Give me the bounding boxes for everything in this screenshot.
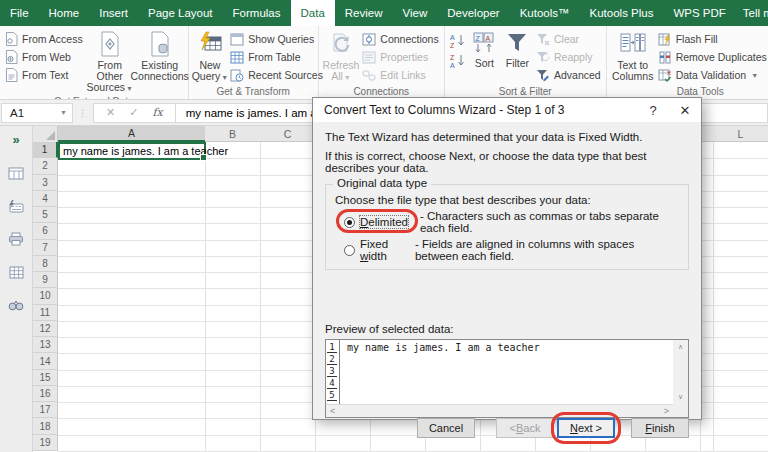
refresh-all-button[interactable]: Refresh All▼ — [322, 27, 361, 84]
shortcut-keyboard-icon[interactable] — [7, 198, 25, 214]
text-to-columns-button[interactable]: Text to Columns — [610, 27, 656, 84]
column-header-a[interactable]: A — [58, 126, 205, 142]
data-validation-button[interactable]: Data Validation ▼ — [656, 66, 768, 84]
expand-pane-icon[interactable]: » — [7, 132, 25, 148]
tab-formulas[interactable]: Formulas — [223, 0, 291, 26]
row-header-10[interactable]: 10 — [33, 288, 58, 304]
scrollbar-corner — [673, 404, 688, 417]
fixed-width-radio-label[interactable]: Fixed width — [360, 238, 415, 262]
flash-fill-button[interactable]: Flash Fill — [656, 30, 768, 48]
row-header-12[interactable]: 12 — [33, 321, 58, 337]
tab-view[interactable]: View — [393, 0, 438, 26]
edit-links-button[interactable]: Edit Links — [360, 66, 440, 84]
tab-wps-pdf[interactable]: WPS PDF — [663, 0, 735, 26]
connections-button[interactable]: Connections — [360, 30, 440, 48]
sort-descending-button[interactable]: ZA — [448, 51, 468, 69]
properties-button[interactable]: Properties — [360, 48, 440, 66]
scroll-up-icon[interactable]: ∧ — [678, 343, 683, 351]
dialog-close-icon[interactable]: ✕ — [669, 98, 701, 122]
preview-vertical-scrollbar[interactable]: ∧ ∨ — [673, 340, 688, 404]
from-text-button[interactable]: From Text — [3, 66, 85, 84]
delimited-radio-row: Delimited - Characters such as commas or… — [344, 210, 680, 234]
row-header-7[interactable]: 7 — [33, 240, 58, 256]
finish-button[interactable]: Finish — [631, 418, 689, 438]
wizard-intro-line1: The Text Wizard has determined that your… — [325, 131, 689, 143]
tab-data[interactable]: Data — [291, 0, 335, 26]
column-header-l[interactable]: L — [713, 126, 768, 142]
row-header-13[interactable]: 13 — [33, 337, 58, 353]
row-header-15[interactable]: 15 — [33, 370, 58, 386]
sort-ascending-button[interactable]: AZ — [448, 31, 468, 49]
tell-me-box[interactable]: Tell me what you — [736, 0, 768, 26]
filter-label: Filter — [506, 58, 529, 69]
row-header-8[interactable]: 8 — [33, 256, 58, 272]
row-header-17[interactable]: 17 — [33, 402, 58, 418]
from-table-button[interactable]: From Table — [228, 48, 325, 66]
row-header-9[interactable]: 9 — [33, 272, 58, 288]
row-header-5[interactable]: 5 — [33, 207, 58, 223]
dialog-title-bar[interactable]: Convert Text to Columns Wizard - Step 1 … — [313, 98, 701, 122]
tab-kutools-plus[interactable]: Kutools Plus — [580, 0, 664, 26]
row-header-3[interactable]: 3 — [33, 175, 58, 191]
scroll-right-icon[interactable]: > — [664, 407, 669, 416]
fixed-width-radio[interactable] — [344, 245, 355, 256]
printer-icon[interactable] — [7, 231, 25, 247]
from-access-button[interactable]: From Access — [3, 30, 85, 48]
select-all-corner[interactable] — [33, 126, 58, 142]
row-header-19[interactable]: 19 — [33, 435, 58, 451]
name-box[interactable]: A1 ▼ — [1, 103, 73, 123]
existing-connections-button[interactable]: Existing Connections — [135, 27, 185, 94]
formula-bar-divider: ⋮ — [73, 108, 93, 118]
tab-review[interactable]: Review — [335, 0, 393, 26]
tab-home[interactable]: Home — [39, 0, 90, 26]
name-box-caret-icon[interactable]: ▼ — [60, 109, 67, 116]
refresh-all-icon — [328, 31, 354, 57]
tab-file[interactable]: File — [0, 0, 39, 26]
advanced-filter-button[interactable]: Advanced — [534, 66, 603, 84]
tab-page-layout[interactable]: Page Layout — [138, 0, 223, 26]
cancel-button[interactable]: Cancel — [417, 418, 475, 438]
clear-filter-button[interactable]: Clear — [534, 30, 603, 48]
scroll-left-icon[interactable]: < — [330, 407, 335, 416]
dialog-button-row: Cancel < Back Next > Finish — [325, 418, 689, 438]
from-web-button[interactable]: From Web — [3, 48, 85, 66]
recent-sources-button[interactable]: Recent Sources — [228, 66, 325, 84]
row-header-2[interactable]: 2 — [33, 158, 58, 174]
column-header-b[interactable]: B — [205, 126, 260, 142]
find-binoculars-icon[interactable] — [7, 297, 25, 313]
preview-horizontal-scrollbar[interactable]: < > — [326, 404, 673, 417]
row-header-18[interactable]: 18 — [33, 418, 58, 434]
tab-kutools-[interactable]: Kutools™ — [510, 0, 580, 26]
new-query-button[interactable]: New Query▼ — [192, 27, 229, 84]
row-header-1[interactable]: 1 — [33, 142, 58, 158]
next-button[interactable]: Next > — [557, 418, 615, 438]
dialog-help-icon[interactable]: ? — [637, 98, 669, 122]
row-header-4[interactable]: 4 — [33, 191, 58, 207]
remove-duplicates-button[interactable]: Remove Duplicates — [656, 48, 768, 66]
reapply-filter-button[interactable]: Reapply — [534, 48, 603, 66]
scroll-down-icon[interactable]: ∨ — [678, 393, 683, 401]
from-other-sources-button[interactable]: From Other Sources▼ — [85, 27, 135, 94]
delimited-radio[interactable] — [344, 217, 355, 228]
tab-developer[interactable]: Developer — [437, 0, 509, 26]
delimited-description: - Characters such as commas or tabs sepa… — [420, 210, 680, 234]
row-header-16[interactable]: 16 — [33, 386, 58, 402]
sort-button[interactable]: ZA Sort — [468, 27, 501, 84]
column-header-c[interactable]: C — [260, 126, 315, 142]
active-cell-a1[interactable]: my name is james. I am a teacher — [58, 142, 206, 160]
filter-button[interactable]: Filter — [501, 27, 534, 84]
tab-insert[interactable]: Insert — [89, 0, 138, 26]
delimited-radio-label[interactable]: Delimited — [360, 216, 408, 228]
row-header-6[interactable]: 6 — [33, 223, 58, 239]
file-globe-icon — [5, 50, 18, 64]
worksheet-list-icon[interactable] — [7, 165, 25, 181]
preview-row-number: 2 — [327, 354, 337, 365]
back-button[interactable]: < Back — [496, 418, 554, 438]
confirm-entry-icon[interactable]: ✓ — [129, 106, 138, 119]
cancel-entry-icon[interactable]: ✕ — [106, 106, 115, 119]
show-queries-button[interactable]: Show Queries — [228, 30, 325, 48]
column-grid-icon[interactable] — [7, 264, 25, 280]
insert-function-icon[interactable]: fx — [152, 106, 162, 119]
row-header-14[interactable]: 14 — [33, 353, 58, 369]
row-header-11[interactable]: 11 — [33, 305, 58, 321]
